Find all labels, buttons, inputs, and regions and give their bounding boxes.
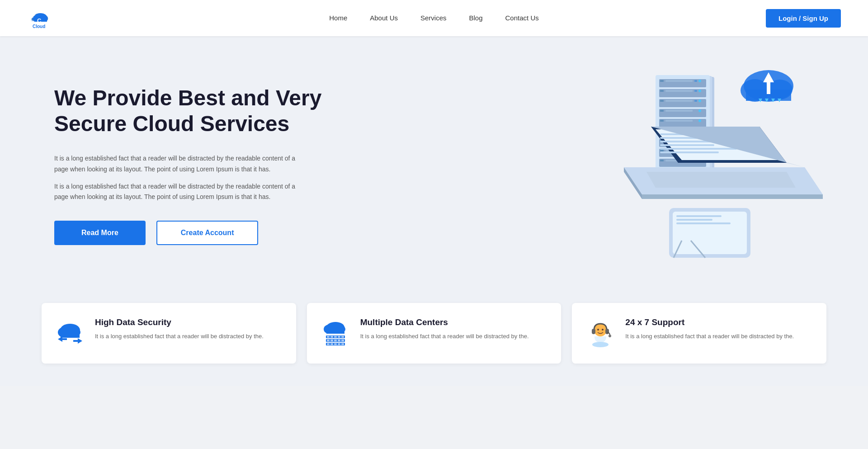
feature-title-support: 24 x 7 Support bbox=[625, 317, 794, 327]
feature-card-security: High Data Security It is a long establis… bbox=[42, 303, 296, 364]
svg-rect-12 bbox=[665, 80, 693, 82]
svg-rect-46 bbox=[660, 160, 664, 161]
svg-marker-69 bbox=[642, 194, 823, 199]
nav-contact[interactable]: Contact Us bbox=[505, 14, 539, 22]
support-icon bbox=[585, 317, 616, 349]
svg-rect-93 bbox=[334, 336, 337, 338]
logo[interactable]: C Cloud bbox=[27, 5, 54, 32]
svg-rect-26 bbox=[660, 110, 664, 112]
svg-point-113 bbox=[592, 342, 609, 347]
security-icon bbox=[54, 317, 86, 349]
svg-text:C: C bbox=[37, 17, 42, 24]
svg-rect-31 bbox=[665, 120, 693, 122]
svg-rect-91 bbox=[327, 336, 330, 338]
svg-rect-11 bbox=[660, 80, 664, 82]
svg-point-14 bbox=[698, 80, 701, 82]
feature-desc-support: It is a long established fact that a rea… bbox=[625, 332, 794, 341]
nav-home[interactable]: Home bbox=[329, 14, 347, 22]
feature-title-security: High Data Security bbox=[95, 317, 264, 327]
svg-rect-16 bbox=[660, 90, 664, 92]
svg-rect-21 bbox=[660, 100, 664, 102]
login-button[interactable]: Login / Sign Up bbox=[766, 9, 841, 28]
features-section: High Data Security It is a long establis… bbox=[0, 294, 868, 386]
svg-rect-88 bbox=[326, 330, 344, 334]
nav-services[interactable]: Services bbox=[420, 14, 447, 22]
feature-card-datacenter: Multiple Data Centers It is a long estab… bbox=[307, 303, 561, 364]
svg-point-109 bbox=[602, 329, 604, 331]
svg-point-19 bbox=[698, 90, 701, 92]
svg-rect-82 bbox=[61, 333, 80, 338]
nav-about[interactable]: About Us bbox=[370, 14, 398, 22]
svg-rect-98 bbox=[334, 340, 337, 341]
svg-rect-99 bbox=[338, 340, 340, 341]
svg-rect-100 bbox=[341, 340, 344, 341]
svg-rect-111 bbox=[605, 329, 609, 334]
svg-rect-22 bbox=[665, 100, 693, 102]
hero-illustration bbox=[579, 54, 841, 276]
svg-rect-94 bbox=[338, 336, 340, 338]
svg-rect-74 bbox=[676, 215, 722, 217]
feature-card-support: 24 x 7 Support It is a long established … bbox=[572, 303, 826, 364]
svg-rect-95 bbox=[341, 336, 344, 338]
svg-rect-75 bbox=[676, 219, 712, 221]
read-more-button[interactable]: Read More bbox=[54, 221, 146, 245]
hero-buttons: Read More Create Account bbox=[54, 221, 335, 245]
svg-rect-106 bbox=[341, 343, 344, 345]
svg-rect-103 bbox=[330, 343, 333, 345]
svg-rect-63 bbox=[660, 144, 714, 146]
svg-rect-92 bbox=[330, 336, 333, 338]
feature-text-security: High Data Security It is a long establis… bbox=[95, 317, 264, 341]
svg-point-112 bbox=[609, 335, 611, 337]
svg-rect-65 bbox=[660, 151, 719, 153]
svg-point-32 bbox=[698, 119, 701, 122]
svg-rect-64 bbox=[660, 148, 737, 150]
svg-rect-96 bbox=[327, 340, 330, 341]
svg-rect-110 bbox=[592, 329, 595, 334]
datacenter-icon bbox=[320, 317, 351, 349]
svg-rect-73 bbox=[673, 212, 747, 254]
hero-content: We Provide Best and Very Secure Cloud Se… bbox=[54, 85, 335, 245]
svg-text:Cloud: Cloud bbox=[33, 24, 45, 29]
svg-rect-76 bbox=[676, 222, 731, 224]
svg-point-24 bbox=[698, 99, 701, 102]
svg-rect-18 bbox=[694, 90, 697, 92]
svg-rect-13 bbox=[694, 80, 697, 82]
feature-desc-datacenter: It is a long established fact that a rea… bbox=[360, 332, 529, 341]
svg-rect-17 bbox=[665, 90, 693, 92]
svg-rect-23 bbox=[694, 100, 697, 102]
create-account-button[interactable]: Create Account bbox=[156, 221, 259, 245]
svg-rect-97 bbox=[330, 340, 333, 341]
svg-marker-71 bbox=[646, 172, 796, 188]
svg-marker-84 bbox=[73, 338, 82, 344]
hero-desc-1: It is a long established fact that a rea… bbox=[54, 153, 298, 175]
hero-desc-2: It is a long established fact that a rea… bbox=[54, 181, 298, 203]
feature-desc-security: It is a long established fact that a rea… bbox=[95, 332, 264, 341]
svg-rect-42 bbox=[660, 150, 664, 151]
svg-point-108 bbox=[597, 329, 599, 331]
feature-text-support: 24 x 7 Support It is a long established … bbox=[625, 317, 794, 341]
hero-title: We Provide Best and Very Secure Cloud Se… bbox=[54, 85, 335, 137]
svg-rect-27 bbox=[665, 110, 693, 112]
svg-point-28 bbox=[698, 109, 701, 112]
feature-text-datacenter: Multiple Data Centers It is a long estab… bbox=[360, 317, 529, 341]
svg-rect-105 bbox=[338, 343, 340, 345]
svg-rect-104 bbox=[334, 343, 337, 345]
nav-links: Home About Us Services Blog Contact Us bbox=[329, 14, 538, 22]
svg-rect-30 bbox=[660, 120, 664, 122]
hero-section: We Provide Best and Very Secure Cloud Se… bbox=[0, 36, 868, 294]
nav-blog[interactable]: Blog bbox=[469, 14, 483, 22]
svg-rect-102 bbox=[327, 343, 330, 345]
navbar: C Cloud Home About Us Services Blog Cont… bbox=[0, 0, 868, 36]
cloud-logo-icon: C Cloud bbox=[27, 5, 54, 32]
feature-title-datacenter: Multiple Data Centers bbox=[360, 317, 529, 327]
